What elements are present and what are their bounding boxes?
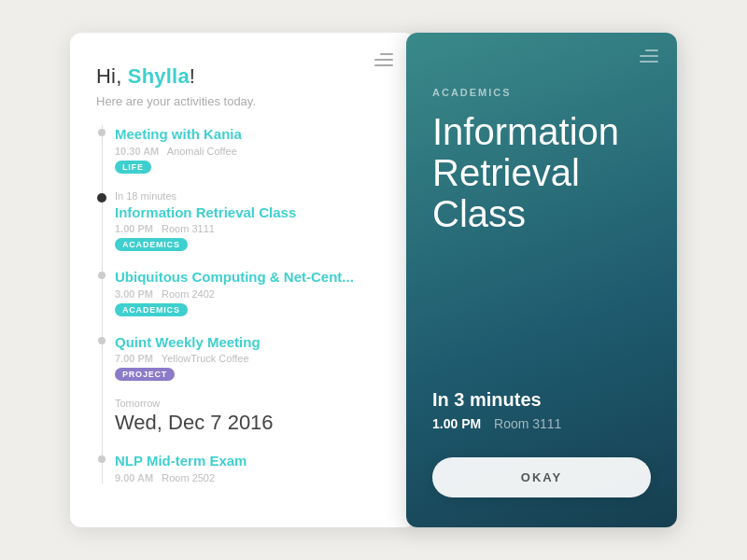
okay-button[interactable]: OKAY bbox=[432, 457, 651, 497]
timeline-dot bbox=[98, 129, 106, 136]
event-title: Ubiquitous Computing & Net-Cent... bbox=[115, 268, 389, 287]
timeline-dot-active bbox=[97, 193, 106, 203]
timeline: Meeting with Kania 10.30 AM Anomali Coff… bbox=[96, 125, 389, 483]
tomorrow-section: Tomorrow Wed, Dec 7 2016 bbox=[115, 398, 389, 435]
event-badge: LIFE bbox=[115, 161, 151, 174]
right-card: ACADEMICS Information Retrieval Class In… bbox=[406, 33, 677, 527]
right-time: 1.00 PM bbox=[432, 416, 481, 431]
timeline-dot bbox=[98, 337, 106, 344]
greeting-name: Shylla bbox=[128, 64, 190, 88]
right-menu-icon[interactable] bbox=[640, 49, 658, 63]
event-meta: 7.00 PM YellowTruck Coffee bbox=[115, 353, 389, 364]
event-time: 7.00 PM bbox=[115, 353, 153, 364]
event-location: YellowTruck Coffee bbox=[162, 353, 249, 364]
event-badge: PROJECT bbox=[115, 368, 175, 381]
event-meta: 3.00 PM Room 2402 bbox=[115, 288, 389, 300]
event-badge: ACADEMICS bbox=[115, 238, 188, 251]
right-meta: 1.00 PM Room 3111 bbox=[432, 416, 651, 431]
right-title: Information Retrieval Class bbox=[432, 111, 651, 389]
event-title: Information Retrieval Class bbox=[115, 203, 389, 222]
event-title: Meeting with Kania bbox=[115, 125, 389, 144]
event-time: 10.30 AM bbox=[115, 146, 159, 157]
greeting: Hi, Shylla! bbox=[96, 64, 389, 89]
event-soon: In 18 minutes bbox=[115, 190, 389, 202]
list-item: Ubiquitous Computing & Net-Cent... 3.00 … bbox=[115, 268, 389, 316]
event-meta: 9.00 AM Room 2502 bbox=[115, 472, 389, 483]
list-item: In 18 minutes Information Retrieval Clas… bbox=[115, 190, 389, 252]
event-badge: ACADEMICS bbox=[115, 303, 188, 316]
event-meta: 10.30 AM Anomali Coffee bbox=[115, 146, 389, 157]
right-countdown: In 3 minutes bbox=[432, 389, 651, 411]
event-title: Quint Weekly Meeting bbox=[115, 333, 389, 352]
list-item: Meeting with Kania 10.30 AM Anomali Coff… bbox=[115, 125, 389, 174]
list-item: Quint Weekly Meeting 7.00 PM YellowTruck… bbox=[115, 333, 389, 382]
greeting-plain: Hi, bbox=[96, 64, 128, 88]
app-container: Hi, Shylla! Here are your activities tod… bbox=[0, 0, 747, 560]
menu-icon[interactable] bbox=[374, 53, 393, 66]
timeline-dot bbox=[98, 272, 106, 279]
right-category: ACADEMICS bbox=[432, 87, 651, 98]
timeline-dot bbox=[98, 455, 106, 463]
event-title: NLP Mid-term Exam bbox=[115, 452, 389, 470]
event-time: 1.00 PM bbox=[115, 223, 153, 234]
list-item: NLP Mid-term Exam 9.00 AM Room 2502 bbox=[115, 452, 389, 483]
event-time: 9.00 AM bbox=[115, 472, 153, 483]
event-location: Room 2402 bbox=[162, 288, 215, 300]
timeline-line bbox=[102, 125, 103, 483]
event-location: Room 2502 bbox=[162, 472, 215, 483]
tomorrow-label: Tomorrow bbox=[115, 398, 389, 409]
event-location: Room 3111 bbox=[162, 223, 215, 234]
event-location: Anomali Coffee bbox=[167, 146, 237, 157]
left-card: Hi, Shylla! Here are your activities tod… bbox=[70, 33, 416, 527]
greeting-suffix: ! bbox=[190, 64, 195, 88]
event-meta: 1.00 PM Room 3111 bbox=[115, 223, 389, 234]
subtitle: Here are your activities today. bbox=[96, 94, 389, 108]
tomorrow-date: Wed, Dec 7 2016 bbox=[115, 411, 389, 435]
right-location: Room 3111 bbox=[494, 416, 561, 431]
event-time: 3.00 PM bbox=[115, 288, 153, 300]
